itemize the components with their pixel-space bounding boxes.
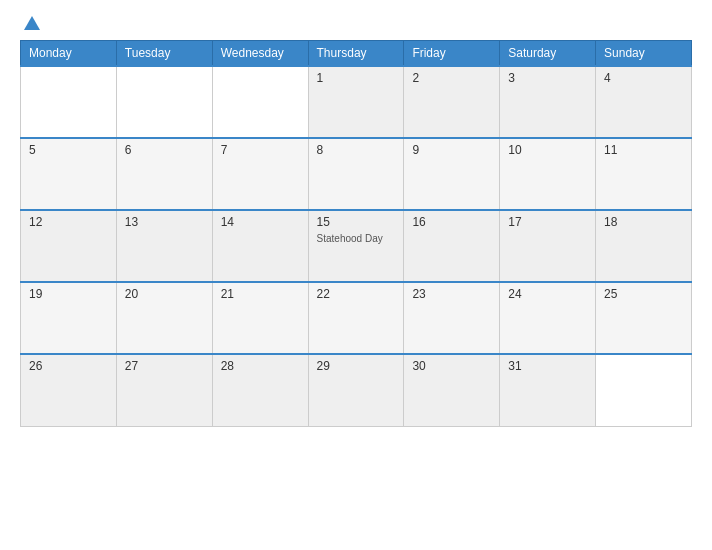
day-number: 31	[508, 359, 587, 373]
calendar-cell	[596, 354, 692, 426]
calendar-row: 12131415Statehood Day161718	[21, 210, 692, 282]
calendar-cell	[21, 66, 117, 138]
calendar-cell: 13	[116, 210, 212, 282]
calendar-cell: 15Statehood Day	[308, 210, 404, 282]
day-number: 1	[317, 71, 396, 85]
day-number: 22	[317, 287, 396, 301]
weekday-header: Sunday	[596, 41, 692, 67]
calendar-cell: 24	[500, 282, 596, 354]
day-number: 15	[317, 215, 396, 229]
calendar-cell: 3	[500, 66, 596, 138]
calendar-cell: 23	[404, 282, 500, 354]
calendar-cell: 20	[116, 282, 212, 354]
calendar-row: 1234	[21, 66, 692, 138]
calendar-cell: 11	[596, 138, 692, 210]
day-number: 10	[508, 143, 587, 157]
calendar-row: 567891011	[21, 138, 692, 210]
day-number: 21	[221, 287, 300, 301]
calendar-cell: 30	[404, 354, 500, 426]
day-number: 9	[412, 143, 491, 157]
weekday-header: Tuesday	[116, 41, 212, 67]
calendar-cell: 12	[21, 210, 117, 282]
calendar-cell: 28	[212, 354, 308, 426]
weekday-header: Monday	[21, 41, 117, 67]
day-number: 27	[125, 359, 204, 373]
day-number: 7	[221, 143, 300, 157]
day-number: 12	[29, 215, 108, 229]
day-number: 24	[508, 287, 587, 301]
calendar-cell: 16	[404, 210, 500, 282]
day-number: 4	[604, 71, 683, 85]
calendar-cell: 6	[116, 138, 212, 210]
calendar-cell: 17	[500, 210, 596, 282]
calendar-cell: 1	[308, 66, 404, 138]
calendar-cell: 5	[21, 138, 117, 210]
day-number: 8	[317, 143, 396, 157]
calendar-cell: 2	[404, 66, 500, 138]
calendar-cell: 9	[404, 138, 500, 210]
logo-triangle-icon	[24, 16, 40, 30]
calendar-row: 262728293031	[21, 354, 692, 426]
day-number: 29	[317, 359, 396, 373]
logo-blue-text	[20, 16, 40, 30]
day-number: 14	[221, 215, 300, 229]
header	[20, 16, 692, 30]
day-number: 3	[508, 71, 587, 85]
calendar-cell: 8	[308, 138, 404, 210]
weekday-header: Saturday	[500, 41, 596, 67]
calendar-cell: 7	[212, 138, 308, 210]
day-number: 20	[125, 287, 204, 301]
calendar-cell: 27	[116, 354, 212, 426]
day-number: 17	[508, 215, 587, 229]
weekday-header-row: MondayTuesdayWednesdayThursdayFridaySatu…	[21, 41, 692, 67]
day-number: 18	[604, 215, 683, 229]
calendar-cell: 19	[21, 282, 117, 354]
calendar-cell: 21	[212, 282, 308, 354]
calendar-cell: 29	[308, 354, 404, 426]
day-number: 11	[604, 143, 683, 157]
day-number: 23	[412, 287, 491, 301]
logo	[20, 16, 40, 30]
calendar-table: MondayTuesdayWednesdayThursdayFridaySatu…	[20, 40, 692, 427]
day-number: 25	[604, 287, 683, 301]
day-number: 2	[412, 71, 491, 85]
calendar-cell: 22	[308, 282, 404, 354]
calendar-cell: 18	[596, 210, 692, 282]
calendar-row: 19202122232425	[21, 282, 692, 354]
calendar-cell: 10	[500, 138, 596, 210]
calendar-cell: 25	[596, 282, 692, 354]
day-number: 28	[221, 359, 300, 373]
calendar-cell	[116, 66, 212, 138]
holiday-name: Statehood Day	[317, 233, 383, 244]
day-number: 30	[412, 359, 491, 373]
day-number: 13	[125, 215, 204, 229]
weekday-header: Wednesday	[212, 41, 308, 67]
calendar-cell	[212, 66, 308, 138]
calendar-cell: 14	[212, 210, 308, 282]
calendar-page: MondayTuesdayWednesdayThursdayFridaySatu…	[0, 0, 712, 550]
weekday-header: Thursday	[308, 41, 404, 67]
day-number: 19	[29, 287, 108, 301]
calendar-cell: 31	[500, 354, 596, 426]
day-number: 16	[412, 215, 491, 229]
day-number: 6	[125, 143, 204, 157]
day-number: 26	[29, 359, 108, 373]
calendar-cell: 4	[596, 66, 692, 138]
weekday-header: Friday	[404, 41, 500, 67]
day-number: 5	[29, 143, 108, 157]
calendar-cell: 26	[21, 354, 117, 426]
